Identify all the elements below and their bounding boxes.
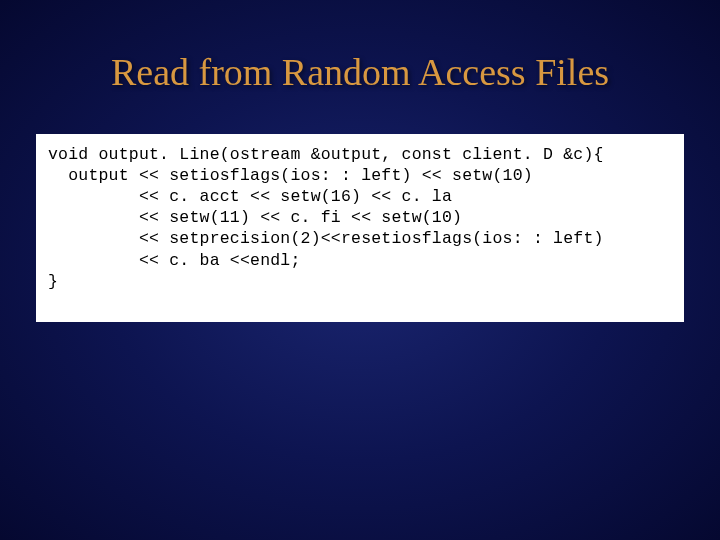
slide-title: Read from Random Access Files	[36, 50, 684, 94]
code-line: void output. Line(ostream &output, const…	[48, 144, 672, 165]
slide-container: Read from Random Access Files void outpu…	[0, 0, 720, 540]
code-line: output << setiosflags(ios: : left) << se…	[48, 165, 672, 186]
code-line: << c. ba <<endl;	[48, 250, 672, 271]
code-line: << setw(11) << c. fi << setw(10)	[48, 207, 672, 228]
code-line: << c. acct << setw(16) << c. la	[48, 186, 672, 207]
code-line: << setprecision(2)<<resetiosflags(ios: :…	[48, 228, 672, 249]
code-block: void output. Line(ostream &output, const…	[36, 134, 684, 322]
code-line: }	[48, 271, 672, 292]
